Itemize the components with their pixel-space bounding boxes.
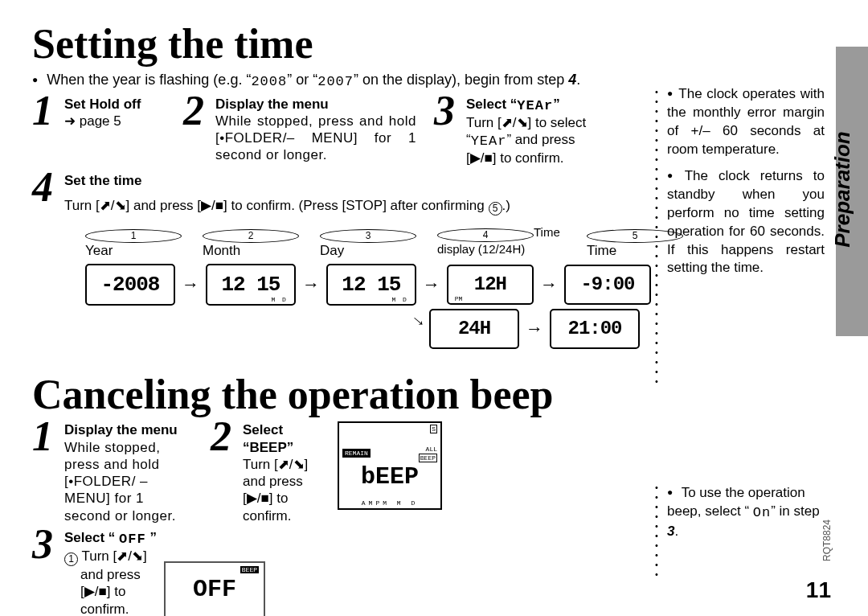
step-number: 3 — [434, 96, 461, 126]
beep-steps: 1 Display the menu While stopped, press … — [32, 421, 651, 616]
heading-cancel-beep: Canceling the operation beep — [32, 373, 845, 417]
beep-step-2: 2 Select “BEEP” Turn [/] and press [/] t… — [211, 421, 452, 524]
side-note: To use the operation beep, select “ On” … — [667, 484, 825, 541]
arrow-icon: → — [302, 274, 320, 295]
lcd-time-24: 21:00 — [550, 309, 640, 349]
step-3: 3 Select “YEAr” Turn [/] to select “YEAr… — [434, 96, 635, 167]
circled-4-icon: 4 — [437, 228, 534, 242]
step-number: 1 — [32, 96, 59, 126]
step-4: 4 Set the time Turn [/] and press [/] to… — [32, 172, 510, 216]
step-text: confirm. — [243, 508, 291, 524]
beep-step-3: 3 Select “ OFF ” 1 Turn [/] and press [/… — [32, 529, 265, 616]
step-heading: Select “BEEP” — [243, 421, 331, 456]
step-heading: Set the time — [64, 172, 510, 189]
play-icon — [201, 198, 211, 213]
step-text: “YEAr” and press — [466, 132, 575, 147]
lcd-labels: 1Year 2Month 3Day 4Time display (12/24H)… — [85, 225, 651, 259]
lcd-time-12: -9:00 — [564, 265, 651, 305]
lcd-off: BEEP OFF — [164, 561, 265, 616]
page-number: 11 — [806, 577, 831, 603]
play-icon — [470, 150, 481, 166]
step-heading: Select “ OFF ” — [64, 529, 161, 548]
step-text: [/] to — [243, 491, 288, 506]
side-note: The clock operates with the monthly erro… — [667, 85, 825, 159]
lcd-row-1: -2008 → 12 15M D → 12 15M D → 12HPM → -9… — [85, 264, 651, 306]
step-text: Turn [/] and press [/] to confirm. (Pres… — [64, 198, 510, 213]
dotted-divider: •••••••••• — [654, 483, 659, 579]
stop-icon — [484, 150, 492, 166]
lcd-beep-menu: S REMAIN ALL BEEP bEEP AMPM M D — [338, 421, 442, 510]
step-number: 1 — [32, 421, 59, 452]
down-icon — [132, 548, 143, 564]
step-heading: Select “YEAr” — [466, 96, 586, 114]
lcd-day: 12 15M D — [326, 264, 416, 306]
side-notes-a: The clock operates with the monthly erro… — [667, 85, 825, 285]
intro-note: When the year is flashing (e.g. “2008” o… — [32, 72, 651, 89]
step-text: Turn [/] to select — [466, 115, 586, 130]
stop-icon — [260, 491, 268, 506]
cancel-beep-section: 1 Display the menu While stopped, press … — [32, 421, 651, 616]
arrow-icon: → — [182, 274, 199, 295]
arrow-icon: → — [526, 318, 543, 339]
lcd-year: -2008 — [85, 264, 175, 306]
step-text: and press — [80, 566, 141, 583]
step-1: 1 Set Hold off ➜ page 5 — [32, 96, 174, 167]
step-text: While stopped, press and hold [•FOLDER/–… — [215, 113, 416, 164]
lcd-month: 12 15M D — [206, 264, 296, 306]
section-tab-label: Preparation — [829, 131, 854, 248]
up-icon — [117, 548, 128, 564]
side-notes-b: To use the operation beep, select “ On” … — [667, 484, 825, 549]
lcd-12h: 12HPM — [447, 265, 534, 305]
play-icon — [247, 491, 257, 506]
step-text: 1 Turn [/] — [64, 548, 147, 564]
stop-icon — [215, 198, 223, 213]
circled-1-icon: 1 — [64, 552, 78, 566]
arrow-icon: → — [540, 274, 558, 295]
setting-time-section: When the year is flashing (e.g. “2008” o… — [32, 72, 651, 349]
step-text: Turn [/] — [243, 457, 308, 472]
steps-row-1: 1 Set Hold off ➜ page 5 2 Display the me… — [32, 96, 651, 172]
down-icon — [115, 198, 126, 213]
step-heading: Set Hold off — [64, 96, 141, 113]
down-icon — [517, 115, 528, 130]
circled-2-icon: 2 — [203, 229, 299, 243]
step-number: 3 — [32, 529, 59, 560]
circled-3-icon: 3 — [320, 229, 416, 243]
play-icon — [84, 584, 95, 599]
lcd-24h: 24H — [429, 309, 519, 349]
step-number: 2 — [211, 421, 238, 452]
side-note: The clock returns to standby when you pe… — [667, 167, 825, 278]
step-text: and press — [243, 474, 303, 489]
circled-1-icon: 1 — [85, 229, 182, 243]
beep-step-1: 1 Display the menu While stopped, press … — [32, 421, 201, 524]
stop-icon — [98, 584, 106, 599]
step-text: While stopped, press and hold [•FOLDER/ … — [64, 440, 176, 524]
step-text: [/] to confirm. — [466, 150, 564, 166]
down-icon — [293, 457, 305, 472]
step-number: 2 — [183, 96, 211, 126]
dotted-divider: ••••••••••••••••••••••••••••••• — [654, 87, 659, 386]
up-icon — [278, 457, 289, 472]
heading-setting-time: Setting the time — [32, 23, 845, 67]
step-heading: Display the menu — [215, 96, 416, 113]
up-icon — [502, 115, 513, 130]
step-number: 4 — [32, 172, 59, 203]
step-text: [/] to — [80, 583, 125, 600]
circled-5-icon: 5 — [489, 202, 502, 216]
lcd-row-2: → 24H → 21:00 — [410, 309, 651, 349]
arrow-down-icon: → — [405, 307, 432, 335]
steps-row-2: 4 Set the time Turn [/] and press [/] to… — [32, 172, 651, 220]
up-icon — [100, 198, 111, 213]
step-2: 2 Display the menu While stopped, press … — [183, 96, 424, 167]
step-text: confirm. — [80, 601, 129, 616]
step-heading: Display the menu — [64, 421, 193, 438]
arrow-icon: → — [423, 274, 440, 295]
step-text: ➜ page 5 — [64, 113, 121, 129]
